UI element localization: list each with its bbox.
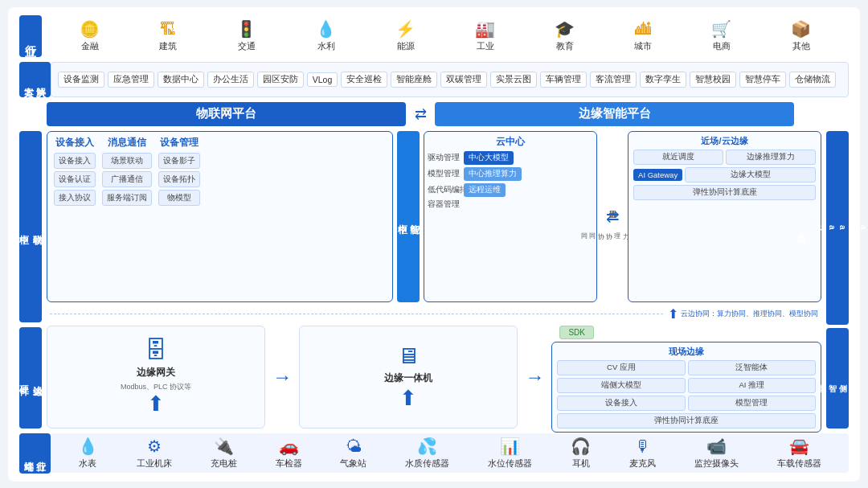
edge-platform-box: 边缘智能平台 — [435, 102, 794, 126]
industry-item: 🎓教育 — [555, 19, 575, 52]
terminal-item: 💧水表 — [78, 437, 98, 470]
onsite-edge: 现场边缘 CV 应用泛智能体端侧大模型AI 推理设备接入模型管理 弹性协同计算底… — [551, 342, 821, 433]
solution-tag: 应急管理 — [108, 72, 154, 88]
near-edge-row1: 就近调度 边缘推理算力 — [633, 150, 816, 165]
solution-tag: 车辆管理 — [540, 72, 587, 88]
cloud-title: 云中心 — [428, 135, 593, 149]
ai-gateway-box: AI Gateway — [633, 169, 682, 181]
solution-tag: 智慧停车 — [739, 72, 786, 88]
sdk-row: SDK — [551, 326, 821, 339]
near-tag: 边缘大模型 — [685, 167, 816, 182]
edge-smart-label: 端侧智能 — [826, 328, 849, 429]
elastic-box: 弹性协同计算底座 — [633, 185, 816, 200]
iot-tag: 服务端订阅 — [102, 190, 152, 206]
iot-msg-title: 消息通信 — [102, 137, 152, 149]
terminal-item: ⚙工业机床 — [137, 437, 172, 470]
terminal-item: 💦水质传感器 — [405, 437, 449, 470]
industry-icons: 🪙金融🏗建筑🚦交通💧水利⚡能源🏭工业🎓教育🏙城市🛒电商📦其他 — [42, 16, 849, 55]
iot-mgmt-title: 设备管理 — [158, 137, 200, 149]
cloud-box: 远程运维 — [464, 183, 506, 197]
iot-platform-box: 物联网平台 — [47, 102, 406, 126]
terminal-icons: 💧水表⚙工业机床🔌充电桩🚗车检器🌤气象站💦水质传感器📊水位传感器🎧耳机🎙麦克风📹… — [51, 433, 849, 473]
near-edge-row2: AI Gateway 边缘大模型 — [633, 167, 816, 182]
cloud-label: 容器管理 — [428, 199, 461, 210]
center-content: 设备接入 设备接入 设备认证 接入协议 消息通信 场景联动 广播通信 服务端订阅… — [47, 131, 821, 429]
near-edge: 近场/云边缘 就近调度 边缘推理算力 AI Gateway 边缘大模型 弹性协同… — [628, 131, 821, 302]
terminal-label: 行业终端 — [19, 433, 51, 474]
machine-icon: 🖥 — [397, 342, 420, 369]
cloud-label: 低代码编排 — [428, 185, 461, 195]
sync-column: 云边协同 ⇄ 算推力理协协同同 — [600, 131, 624, 302]
terminal-item: 🎙麦克风 — [629, 437, 656, 470]
onsite-tag: 设备接入 — [557, 396, 685, 411]
gateway-label: 边缘网关 — [137, 366, 175, 379]
solution-tag: 设备监测 — [58, 72, 104, 88]
solution-label: 解决方案 — [19, 62, 51, 97]
cloud-sync-note: ⬆ 云边协同：算力协同、推理协同、模型协同 — [668, 306, 818, 322]
terminal-item: 📹监控摄像头 — [694, 437, 739, 470]
industry-item: 🚦交通 — [236, 19, 256, 52]
iot-col-access: 设备接入 设备接入 设备认证 接入协议 — [54, 137, 96, 297]
solution-tag: 数字孪生 — [640, 72, 686, 88]
iot-col-mgmt: 设备管理 设备影子 设备拓扑 物模型 — [158, 137, 200, 297]
main-content: 物联中枢 边缘硬件 设备接入 设备接入 设备认证 接入协议 消息通信 场景联动 — [19, 131, 849, 429]
solution-row: 解决方案 设备监测应急管理数据中心办公生活园区安防VLog安全巡检智能座舱双碳管… — [19, 62, 849, 97]
onsite-tag: CV 应用 — [557, 360, 685, 375]
onsite-grid: CV 应用泛智能体端侧大模型AI 推理设备接入模型管理 — [557, 360, 816, 411]
onsite-tag: 泛智能体 — [688, 360, 816, 375]
iot-hub-label: 物联中枢 — [19, 131, 42, 323]
solution-tag: 实景云图 — [490, 72, 537, 88]
smart-hub-label: 智能中枢 — [397, 131, 420, 302]
industry-item: ⚡能源 — [395, 19, 416, 52]
machine-up-arrow: ⬆ — [399, 386, 417, 411]
iot-tag: 设备拓扑 — [158, 171, 200, 187]
edge-hw-label: 边缘硬件 — [19, 327, 42, 428]
sdk-box: SDK — [559, 326, 594, 339]
onsite-tag: AI 推理 — [688, 378, 816, 393]
terminal-item: 🎧耳机 — [571, 437, 591, 470]
onsite-elastic: 弹性协同计算底座 — [557, 413, 816, 429]
iot-inner-box: 设备接入 设备接入 设备认证 接入协议 消息通信 场景联动 广播通信 服务端订阅… — [47, 131, 393, 302]
cloud-row: 驱动管理 中心大模型 — [428, 151, 593, 165]
solution-tag: 仓储物流 — [789, 72, 836, 88]
industry-item: 🏗建筑 — [159, 20, 177, 52]
near-tag: 就近调度 — [633, 150, 723, 165]
industry-item: 📦其他 — [791, 19, 811, 52]
industry-item: 🏙城市 — [634, 20, 652, 52]
onsite-title: 现场边缘 — [557, 346, 816, 358]
solution-tag: 智能座舱 — [391, 72, 437, 88]
hw-arrow2: → — [522, 326, 547, 429]
solution-tag: 智慧校园 — [690, 72, 736, 88]
onsite-area: SDK 现场边缘 CV 应用泛智能体端侧大模型AI 推理设备接入模型管理 弹性协… — [551, 326, 821, 429]
terminal-item: 🚗车检器 — [276, 437, 302, 470]
solution-tag: 数据中心 — [158, 72, 204, 88]
industry-label: 行业 — [19, 15, 42, 57]
iot-tag: 设备接入 — [54, 153, 96, 169]
right-labels: 行业aPaaS生态 端侧智能 — [826, 131, 849, 429]
iot-tag: 设备认证 — [54, 171, 96, 187]
terminal-item: 🌤气象站 — [340, 437, 366, 470]
iot-tag: 场景联动 — [102, 153, 152, 169]
cloud-box: 中心大模型 — [464, 151, 514, 165]
gateway-device: 🗄 边缘网关 Modbus、PLC 协议等 ⬆ — [47, 326, 265, 429]
solution-tags: 设备监测应急管理数据中心办公生活园区安防VLog安全巡检智能座舱双碳管理实景云图… — [51, 62, 849, 97]
iot-tag: 物模型 — [158, 190, 200, 206]
iot-col-msg: 消息通信 场景联动 广播通信 服务端订阅 — [102, 137, 152, 297]
near-edge-title: 近场/云边缘 — [633, 135, 816, 147]
iot-access-title: 设备接入 — [54, 137, 96, 149]
industry-item: 🪙金融 — [80, 19, 100, 52]
cloud-label: 模型管理 — [428, 169, 461, 179]
left-labels: 物联中枢 边缘硬件 — [19, 131, 42, 429]
solution-tag: 安全巡检 — [341, 72, 387, 88]
terminal-item: 🔌充电桩 — [211, 437, 237, 470]
edge-machine: 🖥 边缘一体机 ⬆ — [299, 326, 518, 429]
hw-arrow: → — [269, 326, 295, 429]
upper-section: 设备接入 设备接入 设备认证 接入协议 消息通信 场景联动 广播通信 服务端订阅… — [47, 131, 821, 302]
cloud-center: 云中心 驱动管理 中心大模型 模型管理 中心推理算力 低代码编排 远程运维 — [424, 131, 597, 302]
gateway-up-arrow: ⬆ — [147, 392, 165, 416]
near-tag: 边缘推理算力 — [726, 150, 816, 165]
edge-platform-inner: 云中心 驱动管理 中心大模型 模型管理 中心推理算力 低代码编排 远程运维 — [424, 131, 821, 302]
solution-tag: 办公生活 — [207, 72, 254, 88]
gateway-icon: 🗄 — [145, 337, 167, 363]
industry-item: 🛒电商 — [711, 19, 731, 52]
